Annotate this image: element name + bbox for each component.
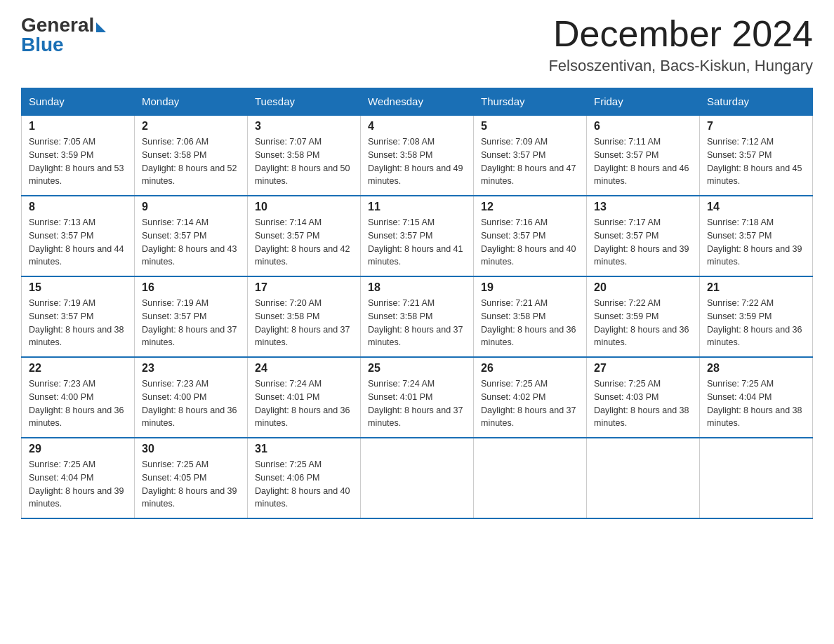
day-info: Sunrise: 7:16 AMSunset: 3:57 PMDaylight:… — [481, 216, 579, 269]
col-wednesday: Wednesday — [361, 88, 474, 116]
day-number: 25 — [368, 362, 466, 375]
table-row: 12 Sunrise: 7:16 AMSunset: 3:57 PMDaylig… — [474, 196, 587, 276]
table-row: 31 Sunrise: 7:25 AMSunset: 4:06 PMDaylig… — [248, 438, 361, 518]
day-info: Sunrise: 7:24 AMSunset: 4:01 PMDaylight:… — [255, 377, 353, 430]
day-info: Sunrise: 7:15 AMSunset: 3:57 PMDaylight:… — [368, 216, 466, 269]
day-number: 26 — [481, 362, 579, 375]
calendar-week-row: 1 Sunrise: 7:05 AMSunset: 3:59 PMDayligh… — [22, 115, 813, 196]
day-number: 21 — [707, 281, 805, 294]
table-row: 19 Sunrise: 7:21 AMSunset: 3:58 PMDaylig… — [474, 276, 587, 357]
table-row: 11 Sunrise: 7:15 AMSunset: 3:57 PMDaylig… — [361, 196, 474, 276]
logo-blue-text: Blue — [21, 34, 64, 56]
col-tuesday: Tuesday — [248, 88, 361, 116]
day-number: 10 — [255, 201, 353, 213]
day-number: 3 — [255, 120, 353, 133]
day-number: 5 — [481, 120, 579, 133]
day-number: 9 — [142, 201, 240, 213]
day-info: Sunrise: 7:14 AMSunset: 3:57 PMDaylight:… — [255, 216, 353, 269]
table-row: 15 Sunrise: 7:19 AMSunset: 3:57 PMDaylig… — [22, 276, 135, 357]
table-row: 20 Sunrise: 7:22 AMSunset: 3:59 PMDaylig… — [587, 276, 700, 357]
day-number: 12 — [481, 201, 579, 213]
day-number: 8 — [29, 201, 127, 213]
day-info: Sunrise: 7:18 AMSunset: 3:57 PMDaylight:… — [707, 216, 805, 269]
table-row: 25 Sunrise: 7:24 AMSunset: 4:01 PMDaylig… — [361, 357, 474, 438]
day-number: 24 — [255, 362, 353, 375]
day-number: 20 — [594, 281, 692, 294]
day-info: Sunrise: 7:20 AMSunset: 3:58 PMDaylight:… — [255, 297, 353, 349]
day-number: 16 — [142, 281, 240, 294]
day-info: Sunrise: 7:25 AMSunset: 4:03 PMDaylight:… — [594, 377, 692, 430]
title-section: December 2024 Felsoszentivan, Bacs-Kisku… — [548, 14, 813, 75]
table-row: 23 Sunrise: 7:23 AMSunset: 4:00 PMDaylig… — [135, 357, 248, 438]
day-number: 13 — [594, 201, 692, 213]
table-row: 3 Sunrise: 7:07 AMSunset: 3:58 PMDayligh… — [248, 115, 361, 196]
table-row — [474, 438, 587, 518]
day-number: 30 — [142, 443, 240, 455]
calendar-week-row: 29 Sunrise: 7:25 AMSunset: 4:04 PMDaylig… — [22, 438, 813, 518]
day-info: Sunrise: 7:17 AMSunset: 3:57 PMDaylight:… — [594, 216, 692, 269]
day-info: Sunrise: 7:13 AMSunset: 3:57 PMDaylight:… — [29, 216, 127, 269]
day-number: 7 — [707, 120, 805, 133]
day-info: Sunrise: 7:06 AMSunset: 3:58 PMDaylight:… — [142, 135, 240, 188]
calendar-week-row: 22 Sunrise: 7:23 AMSunset: 4:00 PMDaylig… — [22, 357, 813, 438]
table-row — [361, 438, 474, 518]
day-info: Sunrise: 7:09 AMSunset: 3:57 PMDaylight:… — [481, 135, 579, 188]
table-row: 29 Sunrise: 7:25 AMSunset: 4:04 PMDaylig… — [22, 438, 135, 518]
day-number: 18 — [368, 281, 466, 294]
calendar-table: Sunday Monday Tuesday Wednesday Thursday… — [21, 88, 813, 519]
day-number: 4 — [368, 120, 466, 133]
day-number: 23 — [142, 362, 240, 375]
table-row: 2 Sunrise: 7:06 AMSunset: 3:58 PMDayligh… — [135, 115, 248, 196]
table-row: 10 Sunrise: 7:14 AMSunset: 3:57 PMDaylig… — [248, 196, 361, 276]
day-number: 1 — [29, 120, 127, 133]
table-row: 27 Sunrise: 7:25 AMSunset: 4:03 PMDaylig… — [587, 357, 700, 438]
table-row: 16 Sunrise: 7:19 AMSunset: 3:57 PMDaylig… — [135, 276, 248, 357]
day-number: 6 — [594, 120, 692, 133]
calendar-week-row: 8 Sunrise: 7:13 AMSunset: 3:57 PMDayligh… — [22, 196, 813, 276]
day-number: 11 — [368, 201, 466, 213]
day-number: 17 — [255, 281, 353, 294]
table-row: 22 Sunrise: 7:23 AMSunset: 4:00 PMDaylig… — [22, 357, 135, 438]
table-row: 13 Sunrise: 7:17 AMSunset: 3:57 PMDaylig… — [587, 196, 700, 276]
calendar-week-row: 15 Sunrise: 7:19 AMSunset: 3:57 PMDaylig… — [22, 276, 813, 357]
page-header: General Blue December 2024 Felsoszentiva… — [21, 14, 813, 75]
day-info: Sunrise: 7:23 AMSunset: 4:00 PMDaylight:… — [29, 377, 127, 430]
day-info: Sunrise: 7:08 AMSunset: 3:58 PMDaylight:… — [368, 135, 466, 188]
table-row: 8 Sunrise: 7:13 AMSunset: 3:57 PMDayligh… — [22, 196, 135, 276]
day-info: Sunrise: 7:25 AMSunset: 4:04 PMDaylight:… — [707, 377, 805, 430]
table-row: 5 Sunrise: 7:09 AMSunset: 3:57 PMDayligh… — [474, 115, 587, 196]
col-monday: Monday — [135, 88, 248, 116]
day-info: Sunrise: 7:25 AMSunset: 4:06 PMDaylight:… — [255, 458, 353, 511]
day-info: Sunrise: 7:21 AMSunset: 3:58 PMDaylight:… — [368, 297, 466, 349]
day-info: Sunrise: 7:24 AMSunset: 4:01 PMDaylight:… — [368, 377, 466, 430]
table-row: 28 Sunrise: 7:25 AMSunset: 4:04 PMDaylig… — [700, 357, 813, 438]
day-number: 27 — [594, 362, 692, 375]
day-info: Sunrise: 7:11 AMSunset: 3:57 PMDaylight:… — [594, 135, 692, 188]
month-title: December 2024 — [548, 14, 813, 54]
table-row: 21 Sunrise: 7:22 AMSunset: 3:59 PMDaylig… — [700, 276, 813, 357]
day-number: 31 — [255, 443, 353, 455]
day-info: Sunrise: 7:07 AMSunset: 3:58 PMDaylight:… — [255, 135, 353, 188]
day-info: Sunrise: 7:22 AMSunset: 3:59 PMDaylight:… — [707, 297, 805, 349]
day-info: Sunrise: 7:25 AMSunset: 4:05 PMDaylight:… — [142, 458, 240, 511]
col-thursday: Thursday — [474, 88, 587, 116]
col-sunday: Sunday — [22, 88, 135, 116]
table-row: 26 Sunrise: 7:25 AMSunset: 4:02 PMDaylig… — [474, 357, 587, 438]
day-number: 15 — [29, 281, 127, 294]
day-info: Sunrise: 7:19 AMSunset: 3:57 PMDaylight:… — [29, 297, 127, 349]
day-info: Sunrise: 7:19 AMSunset: 3:57 PMDaylight:… — [142, 297, 240, 349]
table-row: 30 Sunrise: 7:25 AMSunset: 4:05 PMDaylig… — [135, 438, 248, 518]
table-row: 7 Sunrise: 7:12 AMSunset: 3:57 PMDayligh… — [700, 115, 813, 196]
day-info: Sunrise: 7:12 AMSunset: 3:57 PMDaylight:… — [707, 135, 805, 188]
day-number: 19 — [481, 281, 579, 294]
table-row: 4 Sunrise: 7:08 AMSunset: 3:58 PMDayligh… — [361, 115, 474, 196]
day-info: Sunrise: 7:25 AMSunset: 4:04 PMDaylight:… — [29, 458, 127, 511]
day-number: 29 — [29, 443, 127, 455]
day-info: Sunrise: 7:23 AMSunset: 4:00 PMDaylight:… — [142, 377, 240, 430]
calendar-header-row: Sunday Monday Tuesday Wednesday Thursday… — [22, 88, 813, 116]
logo: General Blue — [21, 14, 106, 56]
table-row: 14 Sunrise: 7:18 AMSunset: 3:57 PMDaylig… — [700, 196, 813, 276]
day-info: Sunrise: 7:14 AMSunset: 3:57 PMDaylight:… — [142, 216, 240, 269]
table-row: 1 Sunrise: 7:05 AMSunset: 3:59 PMDayligh… — [22, 115, 135, 196]
day-number: 14 — [707, 201, 805, 213]
